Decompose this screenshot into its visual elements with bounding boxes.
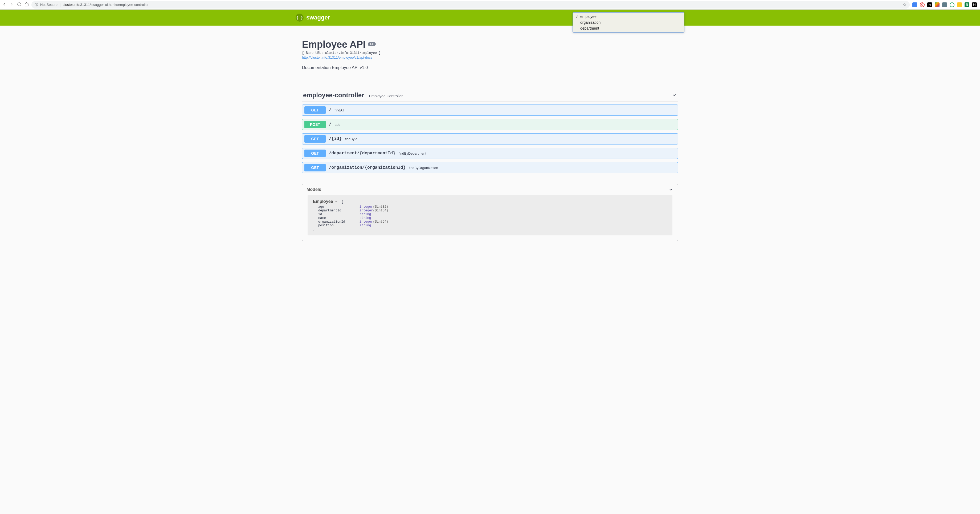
ext-icon-8[interactable]: N (964, 2, 969, 7)
base-url: [ Base URL: cluster.info:31311/employee … (302, 51, 678, 55)
model-property-format: ($int64) (373, 220, 388, 223)
op-method-badge: GET (304, 135, 326, 143)
swagger-logo[interactable]: { } swagger (296, 14, 330, 22)
model-property-row: ageinteger($int32) (318, 205, 667, 209)
op-summary: findByOrganization (409, 166, 438, 170)
model-property-name: name (318, 216, 360, 220)
model-property-row: namestring (318, 216, 667, 220)
not-secure-label: Not Secure (40, 3, 57, 7)
model-property-type: string (360, 223, 371, 227)
ext-icon-5[interactable] (942, 2, 947, 7)
op-summary: findById (345, 137, 357, 141)
spec-selector: Select a spec employeeorganizationdepart… (659, 16, 684, 20)
info-icon[interactable]: ⓘ (35, 2, 38, 7)
operation-get-findById[interactable]: GET/{id}findById (302, 133, 678, 145)
api-version-badge: 1.0 (368, 42, 376, 46)
extension-icons: O (•) N I◦I (912, 2, 978, 7)
operations-list: GET/findAllPOST/addGET/{id}findByIdGET/d… (302, 104, 678, 173)
model-body: Employee { ageinteger($int32)departmentI… (307, 195, 673, 235)
api-description: Documentation Employee API v1.0 (302, 65, 678, 70)
tag-section: employee-controller Employee Controller … (302, 89, 678, 173)
ext-icon-4[interactable] (935, 2, 940, 7)
api-title: Employee API (302, 39, 366, 50)
ext-icon-6[interactable] (950, 2, 955, 7)
model-property-name: age (318, 205, 360, 209)
models-header[interactable]: Models (302, 184, 678, 195)
op-path: /organization/{organizationId} (329, 165, 406, 170)
swagger-logo-icon: { } (296, 14, 304, 22)
chevron-down-icon (335, 200, 338, 203)
model-property-type: integer (360, 220, 373, 223)
model-property-format: ($int32) (373, 205, 388, 209)
ext-icon-1[interactable] (912, 2, 917, 7)
back-button[interactable] (2, 2, 6, 7)
op-path: /department/{departmentId} (329, 151, 396, 156)
swagger-logo-text: swagger (306, 14, 330, 21)
operation-get-findByOrganization[interactable]: GET/organization/{organizationId}findByO… (302, 162, 678, 173)
ext-icon-2[interactable]: O (920, 2, 924, 7)
spec-option-employee[interactable]: employee (573, 14, 684, 19)
model-name[interactable]: Employee (313, 199, 338, 204)
operation-post-add[interactable]: POST/add (302, 119, 678, 130)
model-property-row: organizationIdinteger($int64) (318, 220, 667, 223)
op-path: / (329, 108, 332, 112)
nav-controls (2, 2, 29, 7)
ext-icon-7[interactable] (957, 2, 962, 7)
star-icon[interactable]: ☆ (903, 2, 907, 7)
op-method-badge: POST (304, 121, 326, 128)
op-summary: findAll (335, 108, 344, 112)
models-title: Models (307, 187, 321, 192)
spec-option-department[interactable]: department (573, 26, 684, 31)
chevron-down-icon (671, 93, 677, 98)
op-method-badge: GET (304, 106, 326, 114)
spec-option-organization[interactable]: organization (573, 19, 684, 26)
ext-icon-3[interactable]: (•) (927, 2, 932, 7)
tag-name: employee-controller (303, 91, 364, 99)
address-bar[interactable]: ⓘ Not Secure | cluster.info:31311/swagge… (32, 1, 910, 8)
operation-get-findAll[interactable]: GET/findAll (302, 104, 678, 116)
operation-get-findByDepartment[interactable]: GET/department/{departmentId}findByDepar… (302, 148, 678, 159)
model-property-row: idstring (318, 212, 667, 216)
op-method-badge: GET (304, 164, 326, 171)
tag-description: Employee Controller (369, 94, 402, 98)
models-section: Models Employee { ageinteger($int32)depa… (302, 184, 678, 241)
tag-header[interactable]: employee-controller Employee Controller (302, 89, 678, 102)
model-property-name: position (318, 223, 360, 227)
model-property-row: departmentIdinteger($int64) (318, 209, 667, 212)
api-docs-link[interactable]: http://cluster.info:31311/employee/v2/ap… (302, 56, 372, 59)
model-property-type: integer (360, 209, 373, 212)
model-property-type: string (360, 216, 371, 220)
model-property-name: departmentId (318, 209, 360, 212)
chevron-down-icon (668, 187, 673, 192)
model-property-type: integer (360, 205, 373, 209)
op-summary: add (335, 123, 340, 127)
home-button[interactable] (24, 2, 29, 7)
model-property-type: string (360, 212, 371, 216)
op-summary: findByDepartment (399, 152, 426, 155)
op-path: /{id} (329, 137, 342, 141)
op-path: / (329, 122, 332, 127)
url-display: cluster.info:31311/swagger-ui.html#/empl… (62, 3, 148, 7)
browser-toolbar: ⓘ Not Secure | cluster.info:31311/swagge… (0, 0, 980, 10)
model-property-name: organizationId (318, 220, 360, 223)
ext-icon-9[interactable]: I◦I (972, 2, 977, 7)
swagger-topbar: { } swagger Select a spec employeeorgani… (0, 10, 980, 26)
model-property-format: ($int64) (373, 209, 388, 212)
forward-button[interactable] (10, 2, 14, 7)
main-content: Employee API 1.0 [ Base URL: cluster.inf… (296, 26, 684, 246)
op-method-badge: GET (304, 150, 326, 157)
spec-dropdown[interactable]: employeeorganizationdepartment (573, 12, 684, 32)
reload-button[interactable] (17, 2, 21, 7)
model-property-name: id (318, 212, 360, 216)
model-property-row: positionstring (318, 223, 667, 227)
